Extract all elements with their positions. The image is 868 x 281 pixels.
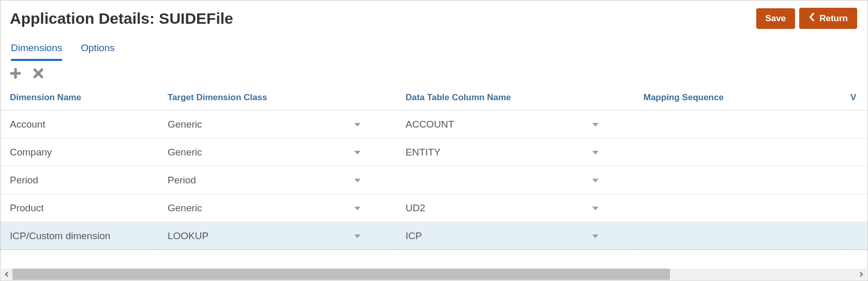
horizontal-scrollbar[interactable]: [1, 269, 867, 280]
add-icon[interactable]: [10, 68, 21, 81]
dropdown-caret-icon[interactable]: [592, 202, 599, 214]
scrollbar-track[interactable]: [12, 269, 856, 280]
dimension-name-value: Account: [10, 119, 46, 130]
target-class-value: Generic: [168, 202, 202, 214]
cell-overflow: [841, 138, 868, 166]
cell-mapping-seq[interactable]: [634, 138, 841, 166]
cell-data-table-col[interactable]: ACCOUNT: [396, 111, 634, 138]
return-button[interactable]: Return: [799, 8, 857, 29]
col-header-end[interactable]: V: [841, 85, 868, 111]
dimension-name-value: Period: [10, 175, 38, 185]
cell-target-class[interactable]: Generic: [158, 194, 396, 222]
scroll-left-arrow-icon[interactable]: [1, 269, 12, 280]
target-class-value: LOOKUP: [168, 230, 208, 242]
scrollbar-thumb[interactable]: [12, 269, 670, 280]
dropdown-caret-icon[interactable]: [592, 230, 599, 242]
table-header-row: Dimension Name Target Dimension Class Da…: [1, 85, 868, 111]
target-class-value: Generic: [168, 119, 202, 130]
data-table-col-value: ACCOUNT: [406, 119, 454, 130]
cell-target-class[interactable]: LOOKUP: [158, 222, 396, 250]
cell-overflow: [841, 222, 868, 250]
dropdown-caret-icon[interactable]: [592, 119, 599, 130]
cell-overflow: [841, 166, 868, 194]
cell-overflow: [841, 111, 868, 138]
dropdown-caret-icon[interactable]: [592, 175, 599, 186]
dimension-name-value: ICP/Custom dimension: [10, 230, 110, 241]
cell-mapping-seq[interactable]: [634, 111, 841, 138]
target-class-value: Period: [168, 175, 196, 186]
table-row[interactable]: AccountGenericACCOUNT: [1, 111, 868, 138]
save-button[interactable]: Save: [756, 8, 796, 29]
data-table-col-value: ENTITY: [406, 147, 441, 158]
col-header-mapping-seq[interactable]: Mapping Sequence: [634, 85, 841, 111]
data-table-col-value: ICP: [406, 230, 422, 242]
cell-target-class[interactable]: Generic: [158, 111, 396, 138]
cell-mapping-seq[interactable]: [634, 166, 841, 194]
cell-overflow: [841, 194, 868, 222]
dropdown-caret-icon[interactable]: [354, 230, 361, 242]
tabs: Dimensions Options: [1, 31, 867, 61]
dimension-table-wrap: Dimension Name Target Dimension Class Da…: [1, 85, 867, 250]
tab-dimensions[interactable]: Dimensions: [11, 42, 62, 61]
scroll-right-arrow-icon[interactable]: [856, 269, 867, 280]
cell-dimension-name[interactable]: Product: [1, 194, 158, 222]
cell-mapping-seq[interactable]: [634, 222, 841, 250]
cell-mapping-seq[interactable]: [634, 194, 841, 222]
chevron-left-icon: [809, 13, 815, 24]
col-header-data-table-col[interactable]: Data Table Column Name: [396, 85, 634, 111]
application-details-panel: Application Details: SUIDEFile Save Retu…: [0, 0, 868, 281]
table-row[interactable]: ICP/Custom dimensionLOOKUPICP: [1, 222, 868, 250]
dropdown-caret-icon[interactable]: [354, 119, 361, 130]
dimension-name-value: Product: [10, 202, 43, 213]
tab-options[interactable]: Options: [81, 42, 114, 61]
dimension-table: Dimension Name Target Dimension Class Da…: [1, 85, 868, 250]
cell-data-table-col[interactable]: [396, 166, 634, 194]
target-class-value: Generic: [168, 147, 202, 158]
col-header-dimension-name[interactable]: Dimension Name: [1, 85, 158, 111]
table-row[interactable]: ProductGenericUD2: [1, 194, 868, 222]
page-title: Application Details: SUIDEFile: [10, 10, 752, 27]
save-button-label: Save: [766, 13, 786, 24]
dropdown-caret-icon[interactable]: [354, 147, 361, 158]
cell-dimension-name[interactable]: Account: [1, 111, 158, 138]
cell-target-class[interactable]: Generic: [158, 138, 396, 166]
cell-dimension-name[interactable]: Company: [1, 138, 158, 166]
delete-icon[interactable]: [33, 68, 44, 81]
cell-data-table-col[interactable]: UD2: [396, 194, 634, 222]
toolbar: [1, 61, 867, 85]
table-row[interactable]: PeriodPeriod: [1, 166, 868, 194]
cell-dimension-name[interactable]: ICP/Custom dimension: [1, 222, 158, 250]
cell-dimension-name[interactable]: Period: [1, 166, 158, 194]
cell-target-class[interactable]: Period: [158, 166, 396, 194]
table-row[interactable]: CompanyGenericENTITY: [1, 138, 868, 166]
return-button-label: Return: [819, 13, 848, 24]
header: Application Details: SUIDEFile Save Retu…: [1, 1, 867, 31]
cell-data-table-col[interactable]: ICP: [396, 222, 634, 250]
dropdown-caret-icon[interactable]: [592, 147, 599, 158]
dropdown-caret-icon[interactable]: [354, 175, 361, 186]
cell-data-table-col[interactable]: ENTITY: [396, 138, 634, 166]
data-table-col-value: UD2: [406, 202, 425, 214]
dimension-name-value: Company: [10, 147, 52, 158]
dropdown-caret-icon[interactable]: [354, 202, 361, 214]
col-header-target-class[interactable]: Target Dimension Class: [158, 85, 396, 111]
